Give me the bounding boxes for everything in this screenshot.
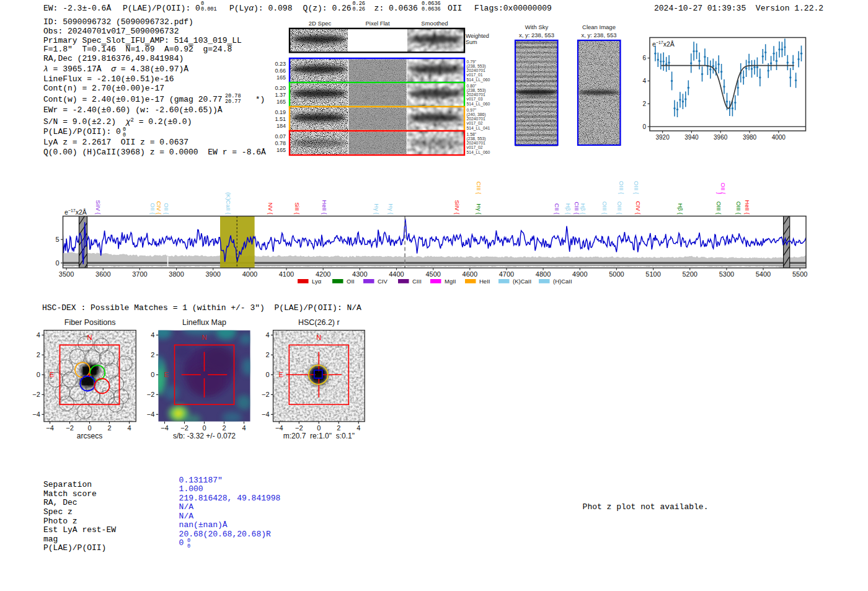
svg-text:CIII: CIII bbox=[412, 278, 422, 285]
svg-text:0: 0 bbox=[642, 123, 646, 130]
svg-text:165: 165 bbox=[277, 147, 286, 153]
svg-text:4: 4 bbox=[642, 78, 646, 84]
svg-text:20240701: 20240701 bbox=[467, 92, 485, 97]
svg-text:4400: 4400 bbox=[389, 270, 404, 278]
svg-text:OII {: OII { bbox=[720, 183, 727, 194]
svg-text:Weighted: Weighted bbox=[466, 33, 489, 39]
svg-text:4800: 4800 bbox=[536, 270, 551, 278]
svg-text:6: 6 bbox=[642, 55, 646, 61]
svg-text:2: 2 bbox=[151, 351, 154, 358]
svg-text:0: 0 bbox=[55, 259, 59, 267]
svg-text:−2: −2 bbox=[147, 391, 155, 398]
svg-text:0: 0 bbox=[317, 424, 321, 432]
svg-text:Hβ {: Hβ { bbox=[677, 203, 684, 215]
svg-text:5200: 5200 bbox=[682, 270, 697, 278]
svg-text:SiIV {: SiIV { bbox=[95, 200, 102, 215]
svg-text:HeII {: HeII { bbox=[744, 200, 751, 215]
svg-text:0.23: 0.23 bbox=[275, 61, 286, 67]
svg-text:4: 4 bbox=[151, 331, 154, 339]
svg-text:Hγ {: Hγ { bbox=[373, 203, 380, 214]
svg-text:5: 5 bbox=[55, 236, 59, 243]
svg-text:Clean Image: Clean Image bbox=[582, 24, 616, 30]
svg-text:E: E bbox=[279, 371, 283, 378]
svg-text:0.97": 0.97" bbox=[467, 108, 477, 112]
svg-text:Pixel Flat: Pixel Flat bbox=[365, 20, 389, 27]
svg-text:4000: 4000 bbox=[772, 134, 786, 141]
svg-text:0: 0 bbox=[151, 371, 154, 378]
svg-text:514_LL_041: 514_LL_041 bbox=[467, 126, 490, 131]
svg-text:OII {: OII { bbox=[149, 203, 156, 214]
svg-text:4500: 4500 bbox=[425, 270, 440, 278]
svg-text:MgII: MgII bbox=[445, 278, 456, 285]
svg-text:HSC(26.2) r: HSC(26.2) r bbox=[298, 318, 340, 327]
svg-text:s/b: -3.32 +/- 0.072: s/b: -3.32 +/- 0.072 bbox=[173, 432, 236, 440]
svg-text:4: 4 bbox=[37, 331, 40, 339]
svg-text:OII: OII bbox=[347, 278, 355, 285]
svg-text:4: 4 bbox=[265, 331, 269, 339]
svg-text:3500: 3500 bbox=[59, 270, 74, 278]
svg-text:0.20: 0.20 bbox=[275, 85, 286, 91]
svg-text:(H)CaII: (H)CaII bbox=[553, 278, 572, 285]
svg-text:514_LL_060: 514_LL_060 bbox=[467, 102, 490, 107]
svg-text:0.78: 0.78 bbox=[275, 140, 286, 146]
svg-text:x, y: 238, 553: x, y: 238, 553 bbox=[581, 32, 616, 38]
svg-text:165: 165 bbox=[277, 99, 286, 105]
svg-text:OIII {: OIII { bbox=[633, 181, 640, 194]
svg-text:165: 165 bbox=[277, 74, 286, 81]
svg-text:(K)CaII {: (K)CaII { bbox=[225, 192, 232, 215]
svg-text:4: 4 bbox=[356, 424, 360, 432]
svg-text:N: N bbox=[316, 334, 321, 341]
svg-text:N: N bbox=[87, 334, 92, 341]
svg-text:0.07: 0.07 bbox=[275, 133, 286, 140]
svg-text:184: 184 bbox=[277, 123, 286, 129]
svg-text:1.51: 1.51 bbox=[275, 116, 286, 122]
svg-text:−4: −4 bbox=[161, 424, 169, 432]
svg-text:1.37: 1.37 bbox=[275, 92, 286, 98]
svg-text:−4: −4 bbox=[147, 411, 155, 418]
svg-text:5500: 5500 bbox=[792, 270, 807, 278]
svg-text:Hβ {: Hβ { bbox=[580, 203, 587, 215]
svg-text:0.19: 0.19 bbox=[275, 109, 286, 115]
svg-text:2: 2 bbox=[642, 100, 646, 107]
svg-text:m:20.7 re:1.0" s:0.1": m:20.7 re:1.0" s:0.1" bbox=[283, 432, 355, 440]
svg-text:−2: −2 bbox=[180, 424, 188, 432]
svg-text:E: E bbox=[50, 371, 54, 378]
svg-text:Hγ {: Hγ { bbox=[388, 203, 394, 214]
svg-text:Fiber Positions: Fiber Positions bbox=[64, 318, 116, 327]
svg-text:CIV: CIV bbox=[378, 278, 388, 285]
svg-text:−2: −2 bbox=[32, 391, 40, 398]
svg-text:CIV {: CIV { bbox=[156, 201, 162, 215]
svg-text:2: 2 bbox=[37, 351, 40, 358]
svg-text:(K)CaII: (K)CaII bbox=[513, 278, 531, 285]
svg-text:4: 4 bbox=[242, 424, 246, 432]
svg-text:4900: 4900 bbox=[572, 270, 587, 278]
svg-text:HeII: HeII bbox=[479, 278, 490, 285]
svg-text:4: 4 bbox=[127, 424, 131, 432]
svg-text:5400: 5400 bbox=[756, 270, 771, 278]
svg-text:OIII {: OIII { bbox=[715, 202, 722, 215]
svg-text:4600: 4600 bbox=[463, 270, 477, 278]
svg-text:With Sky: With Sky bbox=[525, 24, 549, 30]
svg-text:CIV {: CIV { bbox=[635, 201, 642, 215]
svg-text:3600: 3600 bbox=[95, 270, 110, 278]
svg-text:1.58": 1.58" bbox=[467, 132, 477, 136]
svg-text:CIII {: CIII { bbox=[476, 181, 482, 194]
svg-text:4000: 4000 bbox=[242, 270, 257, 278]
svg-text:5300: 5300 bbox=[719, 270, 734, 278]
svg-text:20240701: 20240701 bbox=[467, 141, 485, 145]
svg-text:3920: 3920 bbox=[655, 134, 670, 141]
svg-text:OIII {: OIII { bbox=[601, 202, 608, 215]
svg-text:2: 2 bbox=[107, 424, 111, 432]
svg-text:2: 2 bbox=[265, 351, 269, 358]
svg-text:SiIV {: SiIV { bbox=[454, 200, 461, 215]
svg-text:3800: 3800 bbox=[169, 270, 184, 278]
svg-text:Hβ {: Hβ { bbox=[565, 203, 572, 215]
svg-text:3900: 3900 bbox=[205, 270, 220, 278]
svg-text:OIII {: OIII { bbox=[616, 202, 623, 215]
svg-text:4200: 4200 bbox=[316, 270, 330, 278]
svg-text:3980: 3980 bbox=[743, 134, 757, 141]
svg-text:CIII {: CIII { bbox=[574, 202, 580, 215]
svg-text:0: 0 bbox=[202, 424, 206, 432]
svg-text:Lyα: Lyα bbox=[312, 278, 322, 285]
svg-text:514_LL_060: 514_LL_060 bbox=[467, 78, 490, 82]
